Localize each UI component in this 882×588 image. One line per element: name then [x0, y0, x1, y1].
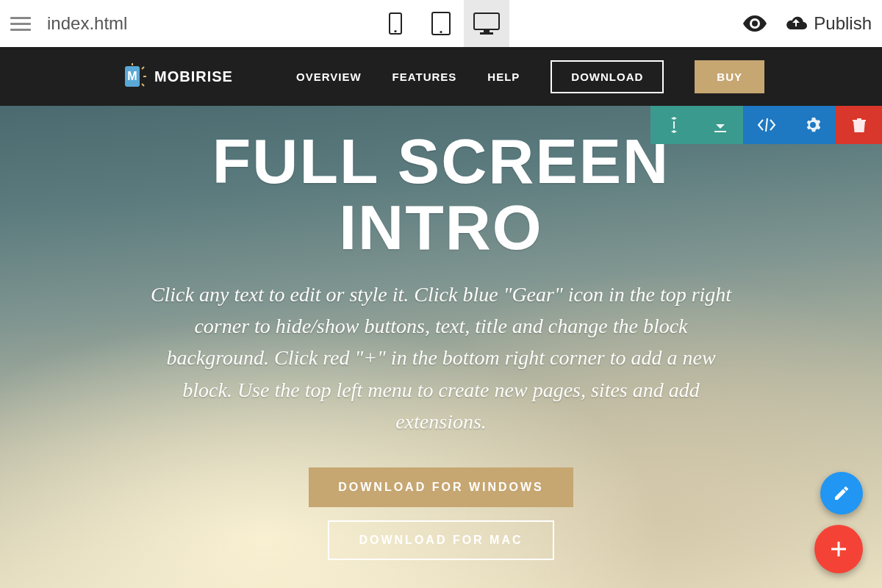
svg-point-1	[394, 30, 396, 32]
code-block-button[interactable]	[743, 106, 789, 144]
nav-download-button[interactable]: DOWNLOAD	[551, 60, 664, 93]
hero-title[interactable]: FULL SCREEN INTRO	[212, 128, 670, 261]
delete-block-button[interactable]	[836, 106, 882, 144]
svg-text:M: M	[127, 70, 137, 82]
file-name[interactable]: index.html	[47, 13, 127, 34]
svg-rect-6	[480, 32, 493, 35]
hero-title-line1: FULL SCREEN	[212, 126, 670, 196]
svg-rect-4	[474, 13, 499, 29]
nav-help[interactable]: HELP	[487, 71, 520, 83]
save-block-button[interactable]	[697, 106, 743, 144]
edit-fab[interactable]	[820, 472, 863, 514]
nav-features[interactable]: FEATURES	[392, 71, 457, 83]
menu-icon[interactable]	[10, 13, 31, 34]
block-toolbar	[650, 106, 882, 144]
add-block-fab[interactable]	[814, 525, 863, 573]
device-switcher	[373, 0, 509, 47]
nav-links: OVERVIEW FEATURES HELP DOWNLOAD BUY	[296, 60, 764, 93]
nav-overview[interactable]: OVERVIEW	[296, 71, 362, 83]
desktop-view-button[interactable]	[464, 0, 509, 47]
site-nav: M MOBIRISE OVERVIEW FEATURES HELP DOWNLO…	[0, 47, 882, 106]
svg-point-3	[440, 31, 442, 33]
download-windows-button[interactable]: DOWNLOAD FOR WINDOWS	[309, 467, 573, 507]
download-mac-button[interactable]: DOWNLOAD FOR MAC	[328, 520, 553, 560]
svg-rect-5	[484, 29, 490, 32]
publish-label: Publish	[814, 13, 872, 34]
nav-buy-button[interactable]: BUY	[695, 60, 764, 93]
brand-logo[interactable]: M MOBIRISE	[118, 62, 233, 91]
tablet-view-button[interactable]	[418, 0, 464, 47]
brand-name: MOBIRISE	[154, 68, 233, 85]
cloud-upload-icon	[786, 15, 808, 32]
hero-buttons: DOWNLOAD FOR WINDOWS DOWNLOAD FOR MAC	[309, 467, 573, 560]
pencil-icon	[833, 484, 850, 502]
move-block-button[interactable]	[650, 106, 697, 144]
plus-icon	[828, 539, 849, 559]
toolbar-right: Publish	[743, 13, 872, 34]
hero-title-line2: INTRO	[339, 192, 543, 262]
app-toolbar: index.html Publish	[0, 0, 882, 47]
mobile-view-button[interactable]	[373, 0, 418, 47]
publish-button[interactable]: Publish	[786, 13, 872, 34]
hero-block[interactable]: FULL SCREEN INTRO Click any text to edit…	[0, 106, 882, 588]
svg-line-10	[142, 67, 144, 69]
hero-subtitle[interactable]: Click any text to edit or style it. Clic…	[147, 279, 735, 438]
preview-icon[interactable]	[743, 15, 767, 32]
logo-icon: M	[118, 62, 147, 91]
svg-line-11	[142, 84, 144, 86]
gear-block-button[interactable]	[789, 106, 836, 144]
